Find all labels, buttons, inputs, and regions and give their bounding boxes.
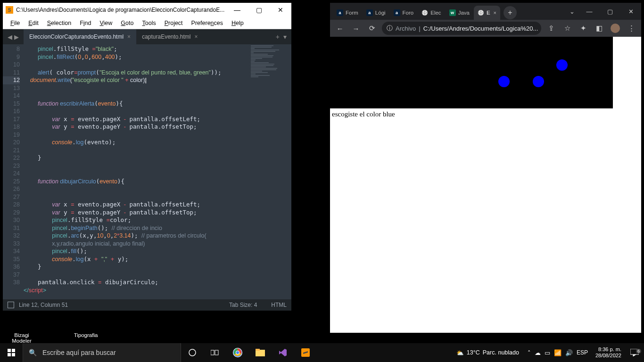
tab-overflow-icon[interactable]: ⌄ — [565, 8, 579, 15]
taskbar-search[interactable]: 🔍 Escribe aquí para buscar — [23, 343, 181, 362]
page-output-text: escogiste el color blue — [332, 110, 395, 118]
line-gutter: 8910111213141516171819202122232425262728… — [3, 44, 24, 299]
close-tab-icon[interactable]: × — [494, 10, 496, 16]
search-placeholder: Escribe aquí para buscar — [42, 349, 116, 356]
tab-label: EleccionColorCapturandoEvento.html — [29, 33, 124, 40]
language-indicator[interactable]: ESP — [577, 349, 588, 356]
chrome-menu-icon[interactable]: ⋮ — [625, 22, 637, 34]
sublime-titlebar[interactable]: S C:\Users\Andres\Documents\Logica de pr… — [3, 3, 291, 17]
status-tabsize[interactable]: Tab Size: 4 — [229, 302, 257, 308]
svg-rect-12 — [12, 353, 15, 356]
svg-rect-11 — [8, 353, 11, 356]
menu-tools[interactable]: Tools — [138, 18, 159, 28]
wifi-icon[interactable]: 📶 — [554, 349, 561, 356]
panel-toggle-icon[interactable] — [8, 302, 14, 308]
minimize-button[interactable]: — — [579, 5, 600, 18]
taskbar-clock[interactable]: 8:36 p. m. 28/08/2022 — [592, 346, 625, 359]
new-tab-button[interactable]: + — [276, 33, 280, 41]
cortana-icon[interactable] — [181, 343, 204, 362]
menu-project[interactable]: Project — [161, 18, 187, 28]
weather-temp: 13°C — [467, 349, 480, 356]
menu-preferences[interactable]: Preferences — [188, 18, 227, 28]
browser-tab[interactable]: aForo — [390, 6, 418, 20]
status-language[interactable]: HTML — [271, 302, 287, 308]
taskbar-app-icons — [181, 343, 317, 362]
close-button[interactable]: ✕ — [270, 3, 291, 17]
chrome-window: aFormaLógiaForoElecwJavaE× + ⌄ — ▢ ✕ ← →… — [330, 3, 641, 333]
share-icon[interactable]: ⇪ — [545, 22, 557, 34]
maximize-button[interactable]: ▢ — [248, 3, 270, 17]
maximize-button[interactable]: ▢ — [600, 5, 620, 18]
sublime-title: C:\Users\Andres\Documents\Logica de prog… — [16, 7, 226, 13]
explorer-app-icon[interactable] — [249, 343, 272, 362]
svg-rect-14 — [211, 350, 214, 355]
volume-icon[interactable]: 🔊 — [565, 349, 573, 356]
menu-goto[interactable]: Goto — [117, 18, 137, 28]
desktop-icon[interactable]: Tipografia — [68, 313, 104, 338]
canvas-dot — [498, 76, 510, 87]
browser-tab[interactable]: wJava — [446, 6, 473, 20]
status-position[interactable]: Line 12, Column 51 — [19, 302, 68, 308]
profile-avatar[interactable] — [609, 22, 621, 34]
tab-nav-buttons[interactable]: ◀ ▶ — [3, 29, 24, 44]
menu-find[interactable]: Find — [76, 18, 95, 28]
visualstudio-app-icon[interactable] — [272, 343, 294, 362]
menu-help[interactable]: Help — [228, 18, 248, 28]
new-tab-button[interactable]: + — [504, 6, 517, 19]
battery-icon[interactable]: ▭ — [545, 349, 550, 356]
minimap[interactable] — [251, 45, 289, 121]
svg-point-13 — [189, 349, 196, 356]
back-button[interactable]: ← — [334, 22, 346, 34]
notification-badge: 6 — [636, 349, 641, 354]
system-tray: ˄ ☁ ▭ 📶 🔊 ESP — [524, 349, 592, 356]
chrome-app-icon[interactable] — [226, 343, 249, 362]
action-center-icon[interactable]: 6 — [625, 349, 644, 356]
menu-file[interactable]: File — [7, 18, 24, 28]
close-button[interactable]: ✕ — [620, 5, 641, 18]
close-tab-icon[interactable]: × — [127, 33, 131, 40]
sublime-window: S C:\Users\Andres\Documents\Logica de pr… — [3, 3, 291, 311]
search-icon: 🔍 — [29, 349, 37, 356]
menu-edit[interactable]: Edit — [25, 18, 42, 28]
svg-point-19 — [236, 351, 239, 354]
bookmark-icon[interactable]: ☆ — [561, 22, 573, 34]
browser-tab[interactable]: aForm — [333, 6, 362, 20]
tray-chevron-icon[interactable]: ˄ — [528, 349, 531, 356]
editor-tab-active[interactable]: EleccionColorCapturandoEvento.html × — [24, 29, 136, 44]
extensions-icon[interactable]: ✦ — [577, 22, 589, 34]
clock-time: 8:36 p. m. — [595, 346, 621, 353]
reload-button[interactable]: ⟳ — [366, 22, 378, 34]
taskbar: 🔍 Escribe aquí para buscar ⛅ 13°C Parc. … — [0, 343, 644, 362]
taskview-icon[interactable] — [204, 343, 226, 362]
browser-tab[interactable]: E× — [474, 6, 500, 20]
onedrive-icon[interactable]: ☁ — [535, 349, 541, 356]
page-content[interactable]: escogiste el color blue — [330, 37, 641, 333]
sidepanel-icon[interactable]: ◧ — [593, 22, 605, 34]
sublime-app-icon[interactable] — [294, 343, 317, 362]
sublime-tabbar: ◀ ▶ EleccionColorCapturandoEvento.html ×… — [3, 29, 291, 44]
file-icon: ⓘ — [387, 24, 393, 33]
tab-menu-button[interactable]: ▾ — [283, 33, 287, 41]
forward-button[interactable]: → — [350, 22, 362, 34]
editor-tab[interactable]: capturaEvento.html × — [136, 29, 203, 44]
weather-icon: ⛅ — [456, 349, 464, 356]
minimize-button[interactable]: — — [226, 3, 248, 17]
menu-selection[interactable]: Selection — [43, 18, 75, 28]
browser-tab[interactable]: aLógi — [363, 6, 389, 20]
svg-rect-21 — [256, 349, 260, 351]
svg-point-8 — [611, 24, 620, 33]
addr-scheme: Archivo — [396, 25, 416, 32]
sublime-statusbar: Line 12, Column 51 Tab Size: 4 HTML — [3, 299, 291, 311]
browser-tab[interactable]: Elec — [418, 6, 445, 20]
address-bar[interactable]: ⓘ Archivo | C:/Users/Andres/Documents/Lo… — [382, 22, 541, 35]
editor-body[interactable]: 8910111213141516171819202122232425262728… — [3, 44, 291, 299]
start-button[interactable] — [0, 343, 23, 362]
canvas[interactable] — [330, 37, 613, 108]
addr-path: C:/Users/Andres/Documents/Logica%20... — [423, 25, 538, 32]
menu-view[interactable]: View — [96, 18, 116, 28]
desktop-icon[interactable]: Bizagi Modeler — [4, 313, 40, 344]
taskbar-weather[interactable]: ⛅ 13°C Parc. nublado — [452, 349, 524, 356]
chrome-toolbar: ← → ⟳ ⓘ Archivo | C:/Users/Andres/Docume… — [330, 20, 641, 37]
sublime-app-icon: S — [6, 6, 13, 14]
close-tab-icon[interactable]: × — [195, 33, 198, 40]
